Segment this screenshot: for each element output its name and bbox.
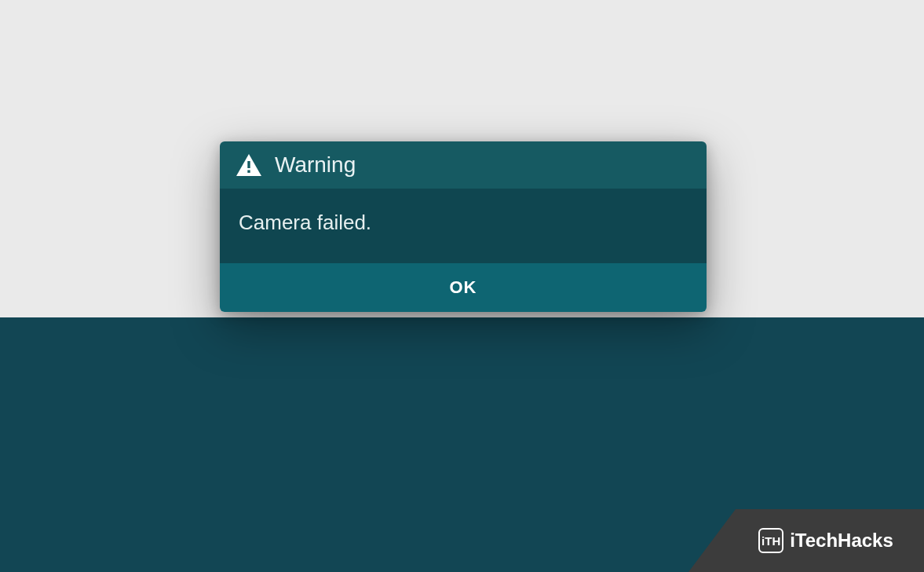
watermark-logo-text: iTH xyxy=(761,534,780,548)
ok-button-label: OK xyxy=(450,277,477,297)
dialog-body: Camera failed. xyxy=(220,189,707,263)
ok-button[interactable]: OK xyxy=(220,263,707,312)
watermark-brand: iTechHacks xyxy=(790,530,893,552)
svg-rect-1 xyxy=(247,161,250,168)
dialog-title: Warning xyxy=(275,152,356,178)
dialog-header: Warning xyxy=(220,141,707,189)
warning-dialog: Warning Camera failed. OK xyxy=(220,141,707,312)
warning-triangle-icon xyxy=(236,153,262,177)
watermark-logo-icon: iTH xyxy=(758,528,783,553)
svg-rect-2 xyxy=(247,170,250,173)
dialog-message: Camera failed. xyxy=(239,211,688,235)
